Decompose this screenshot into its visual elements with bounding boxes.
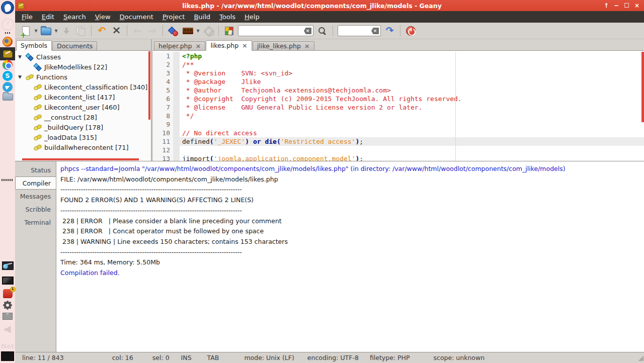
tab-close-icon[interactable]: × bbox=[195, 43, 201, 49]
goto-line-entry[interactable]: × bbox=[338, 25, 381, 36]
shade-window-button[interactable]: ↑ bbox=[601, 0, 611, 11]
sidebar-vertical-scrollbar[interactable] bbox=[148, 51, 150, 120]
compiler-line[interactable]: Compilation failed. bbox=[60, 268, 644, 279]
menu-view[interactable]: View bbox=[91, 11, 115, 23]
maximize-window-button[interactable]: ☐ bbox=[621, 0, 632, 11]
dock-firefox-icon[interactable] bbox=[0, 37, 15, 47]
panel-tab-compiler[interactable]: Compiler bbox=[15, 176, 56, 190]
compile-button[interactable] bbox=[167, 24, 180, 38]
build-button[interactable] bbox=[181, 24, 195, 38]
code-line[interactable]: 1<?php bbox=[153, 52, 644, 60]
compiler-line[interactable]: FOUND 2 ERROR(S) AND 1 WARNING(S) AFFECT… bbox=[60, 195, 644, 206]
symbol-tree[interactable]: ▼ClassesJlikeModellikes [22]▼FunctionsLi… bbox=[15, 51, 151, 161]
code-line[interactable]: 10// No direct access bbox=[153, 129, 644, 137]
code-line[interactable]: 12 bbox=[153, 146, 644, 154]
dock-settings-gear-icon[interactable] bbox=[0, 302, 15, 309]
tree-item[interactable]: Likecontent_user [460] bbox=[15, 102, 151, 112]
panel-tab-scribble[interactable]: Scribble bbox=[15, 203, 56, 216]
revert-button[interactable] bbox=[95, 24, 109, 38]
save-all-button[interactable] bbox=[74, 24, 88, 38]
compiler-line[interactable]: ----------------------------------------… bbox=[60, 185, 644, 195]
panel-tab-terminal[interactable]: Terminal bbox=[15, 216, 56, 229]
code-line[interactable]: 11defined('_JEXEC') or die('Restricted a… bbox=[153, 137, 644, 146]
tab-symbols[interactable]: Symbols bbox=[16, 40, 52, 51]
compiler-line[interactable]: 228 | ERROR | Please consider a blank li… bbox=[60, 216, 644, 227]
tree-item[interactable]: _buildQuery [178] bbox=[15, 122, 151, 132]
menu-file[interactable]: File bbox=[17, 11, 37, 23]
build-dropdown[interactable]: ▼ bbox=[195, 29, 201, 33]
compiler-line[interactable]: FILE: /var/www/html/woodlot/components/c… bbox=[60, 174, 644, 185]
dock-skype-icon[interactable] bbox=[0, 71, 15, 81]
code-line[interactable]: 13jimport('joomla.application.component.… bbox=[153, 154, 644, 161]
menu-help[interactable]: Help bbox=[240, 11, 264, 23]
tree-item[interactable]: ▼Functions bbox=[15, 72, 151, 82]
tab-close-icon[interactable]: × bbox=[242, 42, 248, 49]
dock-geany-icon[interactable] bbox=[0, 47, 15, 60]
code-line[interactable]: 8 */ bbox=[153, 112, 644, 120]
search-button[interactable] bbox=[315, 24, 329, 38]
navigate-back-button[interactable] bbox=[131, 24, 144, 38]
compiler-output[interactable]: phpcs --standard=Joomla "/var/www/html/w… bbox=[56, 161, 644, 352]
code-line[interactable]: 4 * @package Jlike bbox=[153, 77, 644, 86]
compiler-line[interactable]: 238 | WARNING | Line exceeds 150 charact… bbox=[60, 237, 644, 247]
code-line[interactable]: 9 bbox=[153, 120, 644, 129]
compiler-line[interactable]: Time: 364 ms, Memory: 5.50Mb bbox=[60, 257, 644, 268]
search-entry-input[interactable] bbox=[238, 26, 313, 36]
tree-item[interactable]: buildallwherecontent [71] bbox=[15, 142, 151, 152]
code-line[interactable]: 5 * @author Techjoomla <extensions@techj… bbox=[153, 86, 644, 95]
jump-to-line-button[interactable] bbox=[383, 24, 396, 38]
code-line[interactable]: 2/** bbox=[153, 60, 644, 69]
new-file-button[interactable] bbox=[19, 24, 33, 38]
navigate-forward-button[interactable] bbox=[145, 24, 159, 38]
dock-volume-icon[interactable] bbox=[0, 326, 15, 333]
dock-display-settings-icon[interactable] bbox=[0, 277, 15, 285]
quit-button[interactable] bbox=[404, 24, 418, 38]
tree-item[interactable]: JlikeModellikes [22] bbox=[15, 62, 151, 72]
code-line[interactable]: 7 * @license GNU General Public License … bbox=[153, 103, 644, 112]
compiler-line[interactable]: ----------------------------------------… bbox=[60, 206, 644, 216]
dock-taskbar-window-icon[interactable] bbox=[0, 351, 15, 361]
panel-tab-status[interactable]: Status bbox=[15, 163, 56, 176]
dock-file-manager-icon[interactable] bbox=[0, 94, 15, 101]
code-editor[interactable]: 1<?php2/**3 * @version SVN: <svn_id>4 * … bbox=[153, 51, 644, 161]
menu-tools[interactable]: Tools bbox=[215, 11, 240, 23]
panel-tab-messages[interactable]: Messages bbox=[15, 190, 56, 203]
tree-item[interactable]: _loadData [315] bbox=[15, 132, 151, 142]
menu-search[interactable]: Search bbox=[59, 11, 91, 23]
dock-chat-notification-icon[interactable]: 1 bbox=[0, 289, 15, 298]
menu-edit[interactable]: Edit bbox=[37, 11, 59, 23]
open-file-button[interactable] bbox=[39, 24, 53, 38]
close-window-button[interactable]: × bbox=[632, 0, 642, 11]
compiler-line[interactable]: phpcs --standard=Joomla "/var/www/html/w… bbox=[60, 164, 644, 174]
dock-remote-viewer-icon[interactable] bbox=[0, 261, 15, 270]
menu-project[interactable]: Project bbox=[158, 11, 190, 23]
code-line[interactable]: 6 * @copyright Copyright (c) 2009-2015 T… bbox=[153, 95, 644, 103]
file-tab-helper-php[interactable]: helper.php× bbox=[154, 41, 205, 51]
tab-close-icon[interactable]: × bbox=[304, 43, 310, 49]
save-button[interactable] bbox=[59, 24, 73, 38]
dock-telegram-icon[interactable] bbox=[0, 82, 15, 92]
tab-documents[interactable]: Documents bbox=[52, 41, 97, 51]
minimize-window-button[interactable]: − bbox=[611, 0, 621, 11]
expander-icon[interactable]: ▼ bbox=[18, 54, 25, 59]
execute-button[interactable] bbox=[201, 24, 215, 38]
tree-item[interactable]: Likecontent_list [417] bbox=[15, 92, 151, 102]
color-chooser-button[interactable] bbox=[222, 24, 236, 38]
dock-chrome-icon[interactable] bbox=[0, 60, 15, 70]
menu-build[interactable]: Build bbox=[189, 11, 215, 23]
titlebar[interactable]: likes.php - /var/www/html/woodlot/compon… bbox=[15, 0, 644, 11]
open-file-dropdown[interactable]: ▼ bbox=[53, 29, 59, 33]
new-file-dropdown[interactable]: ▼ bbox=[33, 29, 39, 33]
close-document-button[interactable] bbox=[110, 24, 123, 38]
file-tab-jlike_likes-php[interactable]: jlike_likes.php× bbox=[253, 41, 314, 51]
tree-item[interactable]: ▼Classes bbox=[15, 52, 151, 62]
compiler-line[interactable]: 238 | ERROR | Concat operator must be fo… bbox=[60, 226, 644, 237]
sidebar-horizontal-scrollbar[interactable] bbox=[22, 158, 139, 160]
compiler-line[interactable]: ----------------------------------------… bbox=[60, 247, 644, 258]
expander-icon[interactable]: ▼ bbox=[18, 74, 25, 79]
file-tab-likes-php[interactable]: likes.php× bbox=[206, 40, 252, 51]
search-entry[interactable]: × bbox=[238, 25, 313, 36]
menu-document[interactable]: Document bbox=[115, 11, 158, 23]
dock-distro-logo-icon[interactable] bbox=[0, 1, 15, 14]
code-line[interactable]: 3 * @version SVN: <svn_id> bbox=[153, 69, 644, 77]
